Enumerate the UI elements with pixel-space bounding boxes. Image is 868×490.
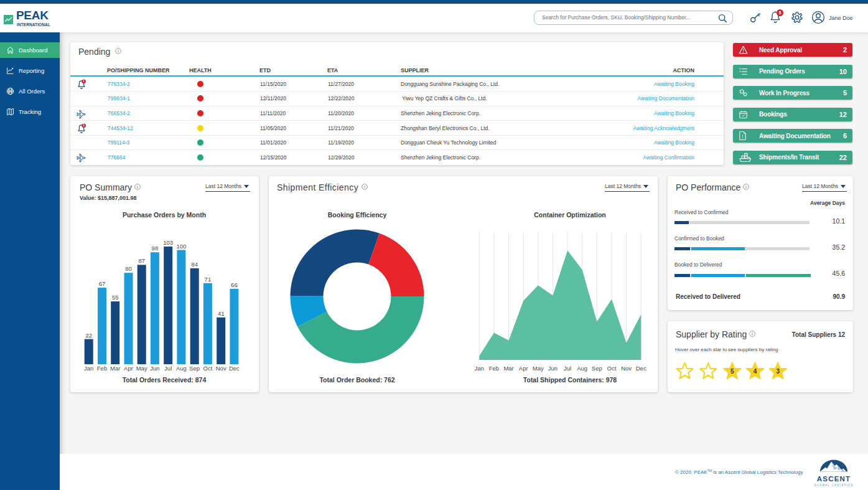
svg-text:22: 22 bbox=[85, 332, 92, 339]
svg-text:Container Optimization: Container Optimization bbox=[534, 211, 606, 219]
svg-text:Jun: Jun bbox=[150, 365, 159, 372]
svg-text:100: 100 bbox=[176, 243, 186, 250]
svg-text:Aug: Aug bbox=[176, 365, 187, 372]
svg-text:80: 80 bbox=[125, 265, 132, 272]
svg-text:Dec: Dec bbox=[229, 365, 240, 372]
svg-text:1: 1 bbox=[83, 125, 85, 128]
svg-text:Nov: Nov bbox=[216, 365, 226, 372]
svg-text:Booking Efficiency: Booking Efficiency bbox=[328, 211, 387, 219]
svg-text:Jul: Jul bbox=[564, 365, 571, 372]
svg-text:Mar: Mar bbox=[503, 365, 513, 372]
svg-text:Oct: Oct bbox=[607, 365, 617, 372]
svg-text:GLOBAL LOGISTICS: GLOBAL LOGISTICS bbox=[814, 484, 854, 487]
svg-text:Mar: Mar bbox=[110, 365, 120, 372]
svg-text:84: 84 bbox=[191, 261, 198, 268]
svg-text:ASCENT: ASCENT bbox=[817, 475, 851, 483]
svg-text:55: 55 bbox=[112, 294, 119, 301]
svg-text:Jul: Jul bbox=[164, 365, 172, 372]
svg-text:Jan: Jan bbox=[84, 365, 93, 372]
svg-text:103: 103 bbox=[163, 239, 173, 246]
svg-text:Oct: Oct bbox=[203, 365, 213, 372]
svg-text:Total Orders Received: 874: Total Orders Received: 874 bbox=[123, 376, 207, 384]
svg-text:Purchase Orders by Month: Purchase Orders by Month bbox=[123, 211, 206, 219]
svg-text:Jun: Jun bbox=[548, 365, 558, 372]
svg-text:Feb: Feb bbox=[97, 365, 107, 372]
svg-text:Dec: Dec bbox=[636, 365, 646, 372]
svg-text:Total Order Booked: 762: Total Order Booked: 762 bbox=[319, 376, 394, 384]
svg-text:66: 66 bbox=[231, 281, 238, 288]
svg-text:Total Shipped Containers: 978: Total Shipped Containers: 978 bbox=[523, 376, 617, 384]
svg-text:3: 3 bbox=[776, 368, 780, 375]
svg-text:98: 98 bbox=[152, 245, 159, 252]
svg-text:87: 87 bbox=[138, 257, 145, 264]
svg-text:Feb: Feb bbox=[489, 365, 499, 372]
svg-text:Aug: Aug bbox=[577, 365, 587, 372]
svg-text:May: May bbox=[136, 365, 147, 372]
svg-text:Sep: Sep bbox=[189, 365, 200, 372]
svg-text:Apr: Apr bbox=[124, 365, 133, 372]
svg-text:1: 1 bbox=[83, 80, 85, 83]
svg-text:May: May bbox=[533, 365, 544, 372]
svg-text:5: 5 bbox=[730, 368, 734, 375]
svg-text:71: 71 bbox=[205, 276, 212, 283]
svg-text:Apr: Apr bbox=[519, 365, 528, 372]
svg-text:67: 67 bbox=[99, 280, 106, 287]
svg-text:Nov: Nov bbox=[621, 365, 632, 372]
svg-text:Jan: Jan bbox=[475, 365, 484, 372]
svg-text:41: 41 bbox=[218, 310, 225, 317]
svg-text:4: 4 bbox=[754, 368, 757, 375]
svg-text:Sep: Sep bbox=[592, 365, 602, 372]
